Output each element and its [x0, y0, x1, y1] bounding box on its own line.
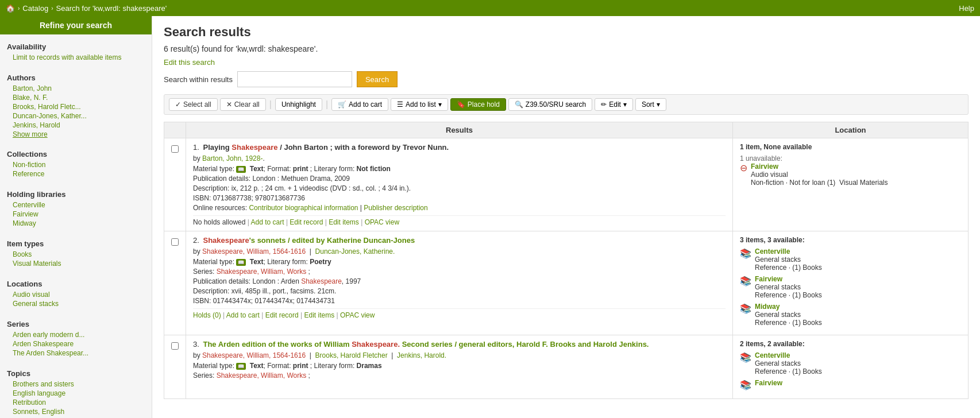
opac-view-link-2[interactable]: OPAC view: [340, 311, 375, 319]
row-checkbox-2: [164, 231, 186, 335]
sidebar-link-retribution[interactable]: Retribution: [7, 398, 145, 407]
location-status-3: 2 items, 2 available:: [740, 340, 961, 348]
book-icon-fairview-2: 📚: [740, 276, 751, 299]
dropdown-icon-list: ▾: [438, 100, 442, 109]
checkbox-3[interactable]: [171, 342, 179, 350]
sidebar-link-sonnets-english[interactable]: Sonnets, English: [7, 407, 145, 416]
sidebar-link-centerville[interactable]: Centerville: [7, 200, 145, 210]
sidebar-topics-section: Topics Brothers and sisters English lang…: [0, 361, 152, 418]
table-header-checkbox: [164, 122, 186, 138]
author-link-barton[interactable]: Barton, John, 1928-: [202, 154, 263, 162]
sidebar: Refine your search Availability Limit to…: [0, 16, 152, 418]
row-checkbox-3: [164, 335, 186, 399]
result-title-link-3[interactable]: The Arden edition of the works of Willia…: [203, 340, 649, 349]
help-link[interactable]: Help: [959, 4, 974, 13]
z3950-button[interactable]: 🔍 Z39.50/SRU search: [508, 98, 592, 111]
sidebar-link-duncanjones[interactable]: Duncan-Jones, Kather...: [7, 111, 145, 121]
author-link-brooks[interactable]: Brooks, Harold Fletcher: [315, 351, 388, 359]
sidebar-collections-title: Collections: [7, 150, 145, 158]
sidebar-link-arden-shakespeare[interactable]: Arden Shakespeare: [7, 339, 145, 349]
sidebar-link-fairview[interactable]: Fairview: [7, 210, 145, 219]
sidebar-link-jenkins[interactable]: Jenkins, Harold: [7, 121, 145, 130]
book-icon-centerville: 📚: [740, 248, 751, 272]
table-row: 2. Shakespeare's sonnets / edited by Kat…: [164, 231, 969, 335]
sidebar-authors-section: Authors Barton, John Blake, N. F. Brooks…: [0, 65, 152, 142]
breadcrumb-catalog[interactable]: Catalog: [22, 4, 48, 13]
sidebar-show-more[interactable]: Show more: [7, 130, 48, 138]
sidebar-link-reference-col[interactable]: Reference: [7, 169, 145, 179]
result-description-2: Description: xvii, 485p ill., port., fac…: [193, 287, 726, 295]
sidebar-link-availability[interactable]: Limit to records with available items: [7, 53, 145, 62]
result-title-link-2[interactable]: Shakespeare's sonnets / edited by Kather…: [203, 236, 415, 245]
result-isbn-1: ISBN: 0713687738; 9780713687736: [193, 194, 726, 202]
result-action-links-2: Holds (0) | Add to cart | Edit record | …: [193, 308, 726, 319]
home-icon[interactable]: 🏠: [6, 4, 15, 13]
edit-record-link-1[interactable]: Edit record: [290, 218, 323, 226]
results-table: Results Location 1. Playing Shakespeare …: [164, 122, 969, 399]
clear-all-button[interactable]: ✕ Clear all: [220, 98, 266, 111]
book-icon-midway: 📚: [740, 303, 751, 327]
unhighlight-button[interactable]: Unhighlight: [275, 98, 322, 111]
edit-record-link-2[interactable]: Edit record: [265, 311, 299, 319]
sidebar-link-blake[interactable]: Blake, N. F.: [7, 93, 145, 102]
search-within-input[interactable]: [237, 71, 352, 87]
search-within-button[interactable]: Search: [357, 71, 398, 87]
sidebar-link-general-stacks[interactable]: General stacks: [7, 299, 145, 308]
sidebar-link-brooks[interactable]: Brooks, Harold Fletc...: [7, 102, 145, 111]
opac-view-link-1[interactable]: OPAC view: [365, 218, 399, 226]
breadcrumb-search: Search for 'kw,wrdl: shakespeare': [56, 4, 167, 13]
contrib-link[interactable]: Contributor biographical information: [249, 204, 358, 212]
edit-search-link[interactable]: Edit this search: [164, 58, 215, 67]
separator-2: |: [326, 99, 328, 110]
sidebar-authors-title: Authors: [7, 73, 145, 82]
series-link-2[interactable]: Shakespeare, William, Works: [217, 268, 307, 276]
result-title-link-1[interactable]: Playing Shakespeare / John Barton ; with…: [203, 143, 449, 152]
sidebar-link-visual-materials[interactable]: Visual Materials: [7, 259, 145, 268]
sidebar-link-midway[interactable]: Midway: [7, 219, 145, 228]
author-link-jenkins-harold[interactable]: Jenkins, Harold.: [397, 351, 446, 359]
add-to-cart-button[interactable]: 🛒 Add to cart: [331, 98, 388, 111]
edit-items-link-1[interactable]: Edit items: [329, 218, 359, 226]
result-material-1: Material type: 📖 Text; Format: print ; L…: [193, 165, 726, 173]
sidebar-link-books[interactable]: Books: [7, 250, 145, 259]
sidebar-link-english-language[interactable]: English language: [7, 389, 145, 398]
add-to-list-button[interactable]: ☰ Add to list ▾: [391, 98, 448, 111]
result-cell-2: 2. Shakespeare's sonnets / edited by Kat…: [186, 231, 733, 335]
sidebar-item-types-title: Item types: [7, 239, 145, 248]
author-link-shakespeare-2[interactable]: Shakespeare, William, 1564-1616: [202, 247, 306, 256]
sidebar-collections-section: Collections Non-fiction Reference: [0, 142, 152, 182]
add-to-cart-link-1[interactable]: Add to cart: [251, 218, 284, 226]
result-description-1: Description: ix, 212 p. ; 24 cm. + 1 vid…: [193, 184, 726, 192]
add-to-cart-link-2[interactable]: Add to cart: [226, 311, 260, 319]
sidebar-link-audio-visual[interactable]: Audio visual: [7, 290, 145, 299]
sidebar-link-arden-early[interactable]: Arden early modern d...: [7, 330, 145, 339]
author-link-shakespeare-3[interactable]: Shakespeare, William, 1564-1616: [202, 351, 306, 359]
select-all-button[interactable]: ✓ Select all: [169, 98, 218, 111]
edit-button[interactable]: ✏ Edit ▾: [595, 98, 633, 111]
chevron-icon-2: ›: [51, 5, 53, 11]
table-row: 3. The Arden edition of the works of Wil…: [164, 335, 969, 399]
publisher-link[interactable]: Publisher description: [364, 204, 427, 212]
place-hold-button[interactable]: 🔖 Place hold: [450, 98, 506, 111]
checkbox-1[interactable]: [171, 145, 179, 153]
checkbox-2[interactable]: [171, 238, 179, 246]
sidebar-link-brothers-sisters[interactable]: Brothers and sisters: [7, 380, 145, 389]
result-isbn-2: ISBN: 017443474x; 017443474x; 0174434731: [193, 297, 726, 305]
sidebar-link-the-arden[interactable]: The Arden Shakespear...: [7, 349, 145, 358]
pub-shakespeare-link[interactable]: Shakespeare: [301, 277, 342, 285]
breadcrumb: 🏠 › Catalog › Search for 'kw,wrdl: shake…: [6, 4, 959, 13]
table-header-location: Location: [732, 122, 968, 138]
sidebar-link-barton[interactable]: Barton, John: [7, 84, 145, 93]
table-row: 1. Playing Shakespeare / John Barton ; w…: [164, 138, 969, 231]
book-icon-centerville-3: 📚: [740, 352, 751, 376]
location-cell-3: 2 items, 2 available: 📚 Centerville Gene…: [732, 335, 968, 399]
series-link-3[interactable]: Shakespeare, William, Works: [217, 371, 307, 380]
sort-button[interactable]: Sort ▾: [635, 98, 666, 111]
holds-link-2[interactable]: Holds (0): [193, 311, 221, 319]
sidebar-link-nonfiction[interactable]: Non-fiction: [7, 160, 145, 169]
result-material-2: Material type: 📖 Text; Literary form: Po…: [193, 258, 726, 266]
result-online-1: Online resources: Contributor biographic…: [193, 204, 726, 212]
table-header-results: Results: [186, 122, 733, 138]
author-link-duncan[interactable]: Duncan-Jones, Katherine.: [315, 247, 395, 256]
edit-items-link-2[interactable]: Edit items: [304, 311, 334, 319]
